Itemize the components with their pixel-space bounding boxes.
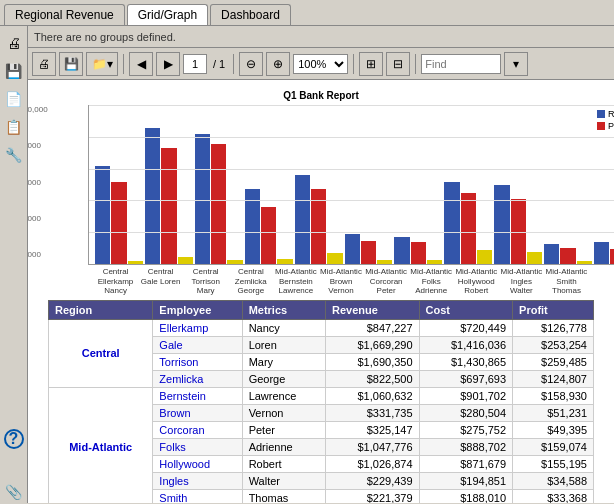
page-total: / 1: [210, 58, 228, 70]
fit-page-button[interactable]: ⊟: [386, 52, 410, 76]
employee-cell-0: Ellerkamp: [153, 319, 242, 336]
find-dropdown-button[interactable]: ▾: [504, 52, 528, 76]
metrics-cell-8: Robert: [242, 455, 325, 472]
profit-cell-3: $124,807: [513, 370, 594, 387]
nav-forward-button[interactable]: ▶: [156, 52, 180, 76]
employee-cell-1: Gale: [153, 336, 242, 353]
bar-6-0: [394, 237, 409, 264]
employee-cell-3: Zemlicka: [153, 370, 242, 387]
save-button[interactable]: 💾: [59, 52, 83, 76]
export-button[interactable]: 📁▾: [86, 52, 118, 76]
x-label-6: Mid-AtlanticCorcoran Peter: [365, 267, 408, 296]
zoom-out-button[interactable]: ⊖: [239, 52, 263, 76]
revenue-cell-3: $822,500: [326, 370, 420, 387]
file-icon[interactable]: 📄: [3, 88, 25, 110]
tab-grid-graph[interactable]: Grid/Graph: [127, 4, 208, 25]
find-input[interactable]: [421, 54, 501, 74]
bar-4-2: [327, 253, 342, 264]
bar-group-4: [295, 175, 343, 264]
x-label-1: CentralGale Loren: [139, 267, 182, 296]
tab-regional-revenue[interactable]: Regional Revenue: [4, 4, 125, 25]
profit-cell-1: $253,254: [513, 336, 594, 353]
metrics-cell-4: Lawrence: [242, 387, 325, 404]
tools-icon[interactable]: 🔧: [3, 144, 25, 166]
nav-back-button[interactable]: ◀: [129, 52, 153, 76]
save-icon[interactable]: 💾: [3, 60, 25, 82]
page-number-input[interactable]: [183, 54, 207, 74]
tab-dashboard[interactable]: Dashboard: [210, 4, 291, 25]
cost-cell-4: $901,702: [419, 387, 513, 404]
cost-cell-9: $194,851: [419, 472, 513, 489]
table-row: Mid-AtlanticBernsteinLawrence$1,060,632$…: [49, 387, 594, 404]
employee-cell-6: Corcoran: [153, 421, 242, 438]
zoom-in-button[interactable]: ⊕: [266, 52, 290, 76]
bar-group-8: [494, 185, 542, 264]
copy-icon[interactable]: 📋: [3, 116, 25, 138]
cost-cell-1: $1,416,036: [419, 336, 513, 353]
bar-7-0: [444, 182, 459, 264]
metrics-cell-2: Mary: [242, 353, 325, 370]
attachment-icon[interactable]: 📎: [3, 481, 25, 503]
help-icon[interactable]: ?: [4, 429, 24, 449]
bar-group-2: [195, 134, 243, 264]
bar-5-0: [345, 234, 360, 264]
cost-cell-10: $188,010: [419, 489, 513, 503]
col-employee: Employee: [153, 300, 242, 319]
col-cost: Cost: [419, 300, 513, 319]
bar-group-6: [394, 237, 442, 264]
employee-cell-10: Smith: [153, 489, 242, 503]
bar-9-1: [560, 248, 575, 264]
zoom-select[interactable]: 100% 75% 150%: [293, 54, 348, 74]
col-revenue: Revenue: [326, 300, 420, 319]
employee-cell-2: Torrison: [153, 353, 242, 370]
metrics-cell-10: Thomas: [242, 489, 325, 503]
chart-legend: Revenue Profit: [597, 109, 614, 131]
revenue-cell-6: $325,147: [326, 421, 420, 438]
col-metrics: Metrics: [242, 300, 325, 319]
bar-group-0: [95, 166, 143, 264]
cost-cell-5: $280,504: [419, 404, 513, 421]
employee-cell-8: Hollywood: [153, 455, 242, 472]
region-cell-0: Central: [49, 319, 153, 387]
col-region: Region: [49, 300, 153, 319]
profit-cell-9: $34,588: [513, 472, 594, 489]
separator-4: [415, 54, 416, 74]
revenue-cell-0: $847,227: [326, 319, 420, 336]
bar-group-1: [145, 128, 193, 264]
x-label-8: Mid-AtlanticHollywoodRobert: [455, 267, 498, 296]
bar-0-0: [95, 166, 110, 264]
print-button[interactable]: 🖨: [32, 52, 56, 76]
bar-group-7: [444, 182, 492, 264]
x-label-5: Mid-AtlanticBrown Vernon: [319, 267, 362, 296]
bar-6-2: [427, 260, 442, 264]
employee-cell-4: Bernstein: [153, 387, 242, 404]
fit-width-button[interactable]: ⊞: [359, 52, 383, 76]
revenue-cell-7: $1,047,776: [326, 438, 420, 455]
revenue-cell-8: $1,026,874: [326, 455, 420, 472]
bar-3-1: [261, 207, 276, 264]
x-label-2: CentralTorrison Mary: [184, 267, 227, 296]
left-sidebar: 🖨 💾 📄 📋 🔧 ? 📎: [0, 26, 28, 503]
legend-revenue: Revenue: [597, 109, 614, 119]
table-area: Region Employee Metrics Revenue Cost Pro…: [28, 300, 614, 503]
bar-5-1: [361, 241, 376, 264]
chart-wrapper: 0 200,000 400,000 600,000 800,000 1,000,…: [48, 105, 594, 296]
data-table: Region Employee Metrics Revenue Cost Pro…: [48, 300, 594, 503]
bar-group-10: [594, 242, 614, 264]
bar-0-2: [128, 261, 143, 264]
employee-cell-7: Folks: [153, 438, 242, 455]
cost-cell-3: $697,693: [419, 370, 513, 387]
status-message: There are no groups defined.: [34, 31, 176, 43]
x-label-3: CentralZemlickaGeorge: [229, 267, 272, 296]
revenue-cell-2: $1,690,350: [326, 353, 420, 370]
bar-1-0: [145, 128, 160, 264]
separator-1: [123, 54, 124, 74]
toolbar: 🖨 💾 📁▾ ◀ ▶ / 1 ⊖ ⊕ 100% 75% 150% ⊞ ⊟ ▾: [28, 48, 614, 80]
revenue-cell-1: $1,669,290: [326, 336, 420, 353]
profit-cell-0: $126,778: [513, 319, 594, 336]
col-profit: Profit: [513, 300, 594, 319]
bar-2-2: [227, 260, 242, 264]
bar-10-0: [594, 242, 609, 264]
chart-title: Q1 Bank Report: [48, 90, 594, 101]
print-icon[interactable]: 🖨: [3, 32, 25, 54]
